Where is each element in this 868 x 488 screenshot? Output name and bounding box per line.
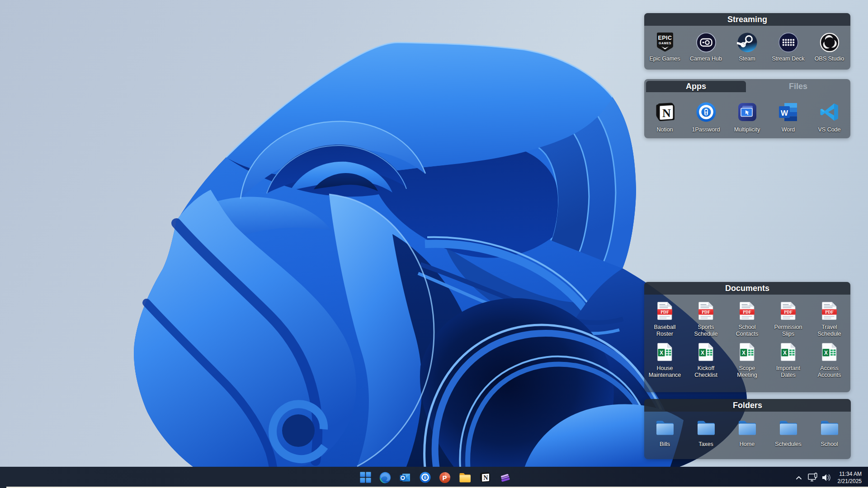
svg-text:GAMES: GAMES	[659, 42, 671, 45]
svg-text:PDF: PDF	[743, 310, 751, 314]
svg-text:N: N	[483, 474, 488, 481]
svg-text:N: N	[662, 107, 671, 120]
svg-text:X: X	[659, 350, 663, 356]
svg-text:W: W	[780, 109, 788, 117]
svg-text:X: X	[741, 350, 745, 356]
svg-text:X: X	[824, 350, 827, 356]
svg-text:X: X	[783, 350, 786, 356]
svg-text:PDF: PDF	[660, 310, 669, 314]
svg-text:PDF: PDF	[702, 310, 710, 314]
svg-text:X: X	[700, 350, 704, 356]
svg-text:EPIC: EPIC	[658, 35, 672, 41]
svg-text:PDF: PDF	[825, 310, 834, 314]
svg-text:PDF: PDF	[784, 310, 793, 314]
svg-text:P: P	[443, 474, 447, 481]
